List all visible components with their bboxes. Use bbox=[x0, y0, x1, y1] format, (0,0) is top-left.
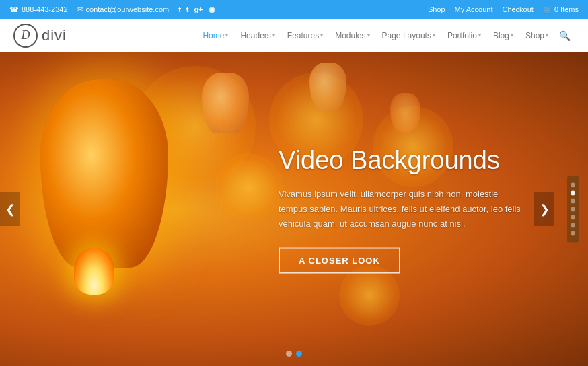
chevron-down-icon: ▾ bbox=[320, 32, 323, 38]
bg-glow-4 bbox=[339, 265, 400, 326]
main-lantern bbox=[27, 79, 175, 308]
lantern-body bbox=[40, 79, 168, 268]
side-dot-4[interactable] bbox=[571, 207, 575, 212]
nav-label-home: Home bbox=[203, 31, 224, 40]
slide-dot-2[interactable] bbox=[296, 351, 302, 357]
chevron-down-icon: ▾ bbox=[511, 32, 513, 38]
twitter-icon[interactable]: t bbox=[186, 5, 189, 13]
slider-next-button[interactable]: ❯ bbox=[534, 192, 554, 226]
top-bar: ☎ 888-443-2342 ✉ contact@ourwebsite.com … bbox=[0, 0, 588, 19]
nav-item-shop[interactable]: Shop ▾ bbox=[520, 28, 554, 43]
phone-icon: ☎ bbox=[9, 5, 19, 14]
nav-item-home[interactable]: Home ▾ bbox=[197, 28, 233, 43]
bg-lantern-3 bbox=[390, 93, 420, 133]
nav-item-headers[interactable]: Headers ▾ bbox=[235, 28, 280, 43]
side-dot-1[interactable] bbox=[571, 183, 575, 188]
social-links: f t g+ ◉ bbox=[178, 5, 215, 14]
search-icon[interactable]: 🔍 bbox=[555, 28, 575, 44]
account-link[interactable]: My Account bbox=[455, 5, 493, 13]
facebook-icon[interactable]: f bbox=[178, 5, 181, 13]
nav-menu: Home ▾ Headers ▾ Features ▾ Modules ▾ Pa… bbox=[197, 28, 575, 44]
logo[interactable]: D divi bbox=[13, 24, 67, 48]
nav-item-modules[interactable]: Modules ▾ bbox=[330, 28, 375, 43]
hero-content: Video Backgrounds Vivamus ipsum velit, u… bbox=[279, 145, 521, 274]
cart-link[interactable]: 🛒 0 Items bbox=[543, 5, 579, 14]
logo-icon: D bbox=[13, 24, 38, 48]
top-bar-left: ☎ 888-443-2342 ✉ contact@ourwebsite.com … bbox=[9, 5, 215, 14]
slider-dots bbox=[286, 351, 302, 357]
chevron-down-icon: ▾ bbox=[433, 32, 435, 38]
checkout-link[interactable]: Checkout bbox=[502, 5, 533, 13]
slide-dot-1[interactable] bbox=[286, 351, 292, 357]
chevron-down-icon: ▾ bbox=[367, 32, 370, 38]
cart-icon: 🛒 bbox=[543, 5, 552, 14]
top-bar-right: Shop My Account Checkout 🛒 0 Items bbox=[428, 5, 579, 14]
cart-count: 0 Items bbox=[554, 5, 579, 13]
nav-item-features[interactable]: Features ▾ bbox=[282, 28, 328, 43]
nav-label-page-layouts: Page Layouts bbox=[382, 31, 431, 40]
email-info: ✉ contact@ourwebsite.com bbox=[77, 5, 170, 14]
hero-title: Video Backgrounds bbox=[279, 145, 521, 176]
nav-item-blog[interactable]: Blog ▾ bbox=[488, 28, 519, 43]
slider-prev-button[interactable]: ❮ bbox=[0, 192, 20, 226]
bg-lantern-2 bbox=[309, 63, 346, 110]
hero-subtitle: Vivamus ipsum velit, ullamcorper quis ni… bbox=[279, 186, 521, 231]
chevron-down-icon: ▾ bbox=[546, 32, 548, 38]
phone-number: 888-443-2342 bbox=[22, 5, 68, 13]
side-dot-6[interactable] bbox=[571, 223, 575, 228]
side-dot-5[interactable] bbox=[571, 215, 575, 220]
email-icon: ✉ bbox=[77, 5, 83, 14]
logo-letter: D bbox=[22, 28, 30, 42]
rss-icon[interactable]: ◉ bbox=[209, 5, 215, 14]
nav-label-blog: Blog bbox=[493, 31, 509, 40]
nav-label-portfolio: Portfolio bbox=[447, 31, 477, 40]
nav-label-features: Features bbox=[287, 31, 319, 40]
nav-item-portfolio[interactable]: Portfolio ▾ bbox=[442, 28, 486, 43]
chevron-down-icon: ▾ bbox=[272, 32, 275, 38]
nav-label-headers: Headers bbox=[240, 31, 270, 40]
main-navigation: D divi Home ▾ Headers ▾ Features ▾ Modul… bbox=[0, 19, 588, 52]
gplus-icon[interactable]: g+ bbox=[194, 5, 203, 13]
side-navigation-dots bbox=[567, 176, 579, 243]
lantern-flame bbox=[74, 248, 114, 295]
nav-label-shop: Shop bbox=[525, 31, 544, 40]
hero-cta-button[interactable]: A Closer Look bbox=[279, 247, 400, 273]
arrow-left-icon: ❮ bbox=[5, 202, 15, 217]
logo-text: divi bbox=[42, 27, 67, 44]
chevron-down-icon: ▾ bbox=[225, 32, 228, 38]
bg-glow-3 bbox=[215, 153, 283, 221]
side-dot-3[interactable] bbox=[571, 199, 575, 204]
nav-item-page-layouts[interactable]: Page Layouts ▾ bbox=[377, 28, 441, 43]
side-dot-2[interactable] bbox=[571, 191, 575, 196]
phone-info: ☎ 888-443-2342 bbox=[9, 5, 68, 14]
arrow-right-icon: ❯ bbox=[540, 202, 550, 217]
chevron-down-icon: ▾ bbox=[478, 32, 481, 38]
hero-slider: Video Backgrounds Vivamus ipsum velit, u… bbox=[0, 52, 588, 366]
bg-lantern-1 bbox=[202, 73, 249, 133]
side-dot-7[interactable] bbox=[571, 231, 575, 236]
nav-label-modules: Modules bbox=[335, 31, 365, 40]
email-link[interactable]: contact@ourwebsite.com bbox=[86, 5, 170, 13]
shop-link[interactable]: Shop bbox=[428, 5, 445, 13]
